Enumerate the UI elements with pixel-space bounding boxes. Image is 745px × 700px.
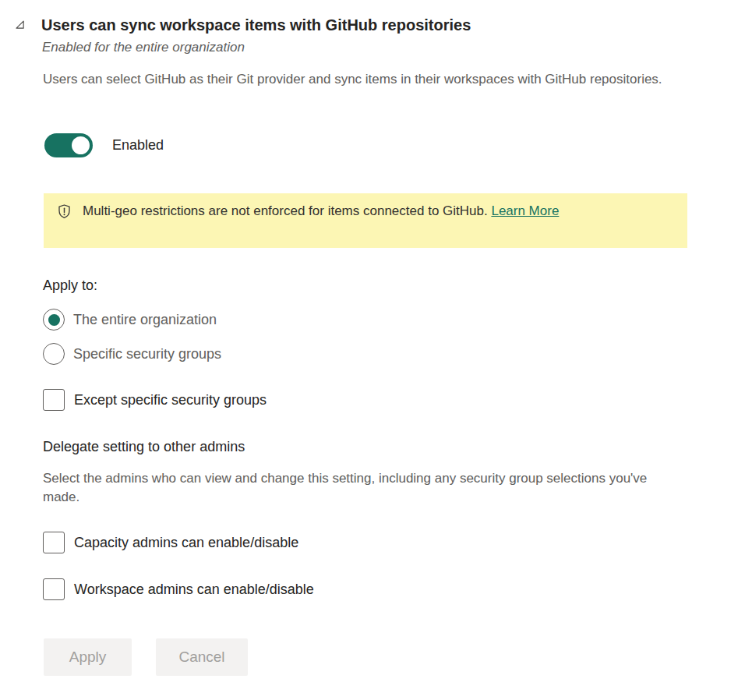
cancel-button[interactable]: Cancel <box>156 638 248 676</box>
action-buttons: Apply Cancel <box>44 638 248 676</box>
radio-label: The entire organization <box>73 312 217 328</box>
enabled-toggle-row: Enabled <box>44 133 164 157</box>
banner-text: Multi-geo restrictions are not enforced … <box>83 201 632 221</box>
checkbox-except-security-groups[interactable]: Except specific security groups <box>43 389 267 411</box>
collapse-triangle-icon[interactable] <box>15 19 25 29</box>
toggle-state-label: Enabled <box>112 137 164 154</box>
checkbox-box[interactable] <box>43 389 65 411</box>
checkbox-label: Except specific security groups <box>74 392 267 408</box>
radio-label: Specific security groups <box>73 346 221 362</box>
apply-button[interactable]: Apply <box>44 638 132 676</box>
radio-button-selected[interactable] <box>43 309 65 331</box>
multi-geo-warning-banner: Multi-geo restrictions are not enforced … <box>44 193 687 248</box>
setting-title: Users can sync workspace items with GitH… <box>41 15 471 36</box>
radio-entire-organization[interactable]: The entire organization <box>43 309 217 331</box>
checkbox-label: Workspace admins can enable/disable <box>74 582 314 598</box>
radio-specific-security-groups[interactable]: Specific security groups <box>43 343 221 365</box>
learn-more-link[interactable]: Learn More <box>491 203 559 218</box>
checkbox-box[interactable] <box>43 578 65 600</box>
toggle-knob <box>72 136 90 154</box>
delegate-heading: Delegate setting to other admins <box>43 439 245 455</box>
setting-status-line: Enabled for the entire organization <box>42 40 245 55</box>
shield-alert-icon <box>56 203 72 223</box>
apply-to-label: Apply to: <box>43 278 97 294</box>
enabled-toggle[interactable] <box>44 133 93 157</box>
checkbox-label: Capacity admins can enable/disable <box>74 535 298 551</box>
checkbox-workspace-admins[interactable]: Workspace admins can enable/disable <box>43 578 314 600</box>
checkbox-capacity-admins[interactable]: Capacity admins can enable/disable <box>43 532 298 553</box>
delegate-description: Select the admins who can view and chang… <box>43 469 670 507</box>
radio-button-unselected[interactable] <box>43 343 65 365</box>
banner-message: Multi-geo restrictions are not enforced … <box>83 203 488 218</box>
checkbox-box[interactable] <box>43 532 65 553</box>
setting-description: Users can select GitHub as their Git pro… <box>43 70 666 89</box>
tenant-setting-panel: Users can sync workspace items with GitH… <box>0 0 745 700</box>
